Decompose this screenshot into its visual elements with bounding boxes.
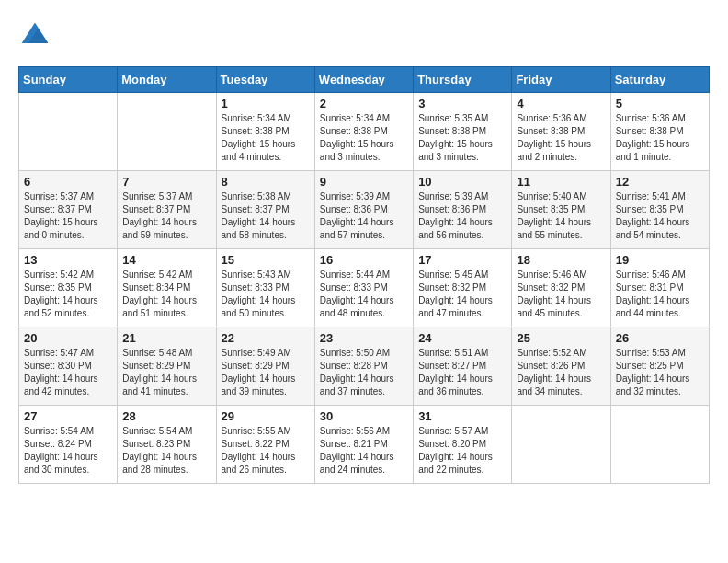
day-info: Sunrise: 5:38 AM Sunset: 8:37 PM Dayligh…: [222, 190, 310, 242]
day-number: 7: [122, 175, 210, 189]
header-tuesday: Tuesday: [216, 67, 314, 93]
calendar-cell: [19, 93, 118, 171]
day-number: 19: [616, 253, 704, 267]
day-number: 6: [24, 175, 112, 189]
day-info: Sunrise: 5:45 AM Sunset: 8:32 PM Dayligh…: [418, 269, 506, 320]
calendar-cell: 30Sunrise: 5:56 AM Sunset: 8:21 PM Dayli…: [314, 406, 413, 484]
day-info: Sunrise: 5:36 AM Sunset: 8:38 PM Dayligh…: [517, 112, 605, 164]
calendar-cell: 3Sunrise: 5:35 AM Sunset: 8:38 PM Daylig…: [414, 93, 512, 171]
header-monday: Monday: [118, 67, 216, 93]
calendar-cell: 19Sunrise: 5:46 AM Sunset: 8:31 PM Dayli…: [610, 249, 709, 327]
day-number: 29: [222, 409, 310, 423]
calendar-cell: 16Sunrise: 5:44 AM Sunset: 8:33 PM Dayli…: [314, 249, 413, 327]
calendar-cell: 20Sunrise: 5:47 AM Sunset: 8:30 PM Dayli…: [19, 327, 118, 406]
day-number: 4: [517, 97, 605, 110]
week-row-4: 20Sunrise: 5:47 AM Sunset: 8:30 PM Dayli…: [19, 327, 710, 406]
calendar-cell: 10Sunrise: 5:39 AM Sunset: 8:36 PM Dayli…: [414, 171, 512, 249]
day-number: 24: [418, 331, 506, 345]
calendar-cell: [118, 93, 216, 171]
day-number: 11: [517, 175, 605, 189]
day-info: Sunrise: 5:54 AM Sunset: 8:24 PM Dayligh…: [24, 425, 112, 477]
day-info: Sunrise: 5:46 AM Sunset: 8:32 PM Dayligh…: [517, 269, 605, 320]
day-number: 22: [222, 331, 310, 345]
day-info: Sunrise: 5:42 AM Sunset: 8:34 PM Dayligh…: [122, 269, 210, 320]
day-info: Sunrise: 5:53 AM Sunset: 8:25 PM Dayligh…: [616, 347, 704, 398]
calendar-cell: 6Sunrise: 5:37 AM Sunset: 8:37 PM Daylig…: [19, 171, 118, 249]
day-number: 15: [222, 253, 310, 267]
day-info: Sunrise: 5:39 AM Sunset: 8:36 PM Dayligh…: [418, 190, 506, 242]
calendar-cell: 2Sunrise: 5:34 AM Sunset: 8:38 PM Daylig…: [314, 93, 413, 171]
calendar-cell: 1Sunrise: 5:34 AM Sunset: 8:38 PM Daylig…: [216, 93, 314, 171]
day-info: Sunrise: 5:44 AM Sunset: 8:33 PM Dayligh…: [320, 269, 408, 320]
calendar-cell: 28Sunrise: 5:54 AM Sunset: 8:23 PM Dayli…: [118, 406, 216, 484]
calendar-cell: 7Sunrise: 5:37 AM Sunset: 8:37 PM Daylig…: [118, 171, 216, 249]
calendar-cell: [512, 406, 610, 484]
calendar-cell: 15Sunrise: 5:43 AM Sunset: 8:33 PM Dayli…: [216, 249, 314, 327]
day-info: Sunrise: 5:35 AM Sunset: 8:38 PM Dayligh…: [418, 112, 506, 164]
day-number: 5: [616, 97, 704, 110]
week-row-3: 13Sunrise: 5:42 AM Sunset: 8:35 PM Dayli…: [19, 249, 710, 327]
day-number: 27: [24, 409, 112, 423]
logo-icon: [18, 18, 51, 52]
week-row-5: 27Sunrise: 5:54 AM Sunset: 8:24 PM Dayli…: [19, 406, 710, 484]
day-info: Sunrise: 5:47 AM Sunset: 8:30 PM Dayligh…: [24, 347, 112, 398]
day-number: 10: [418, 175, 506, 189]
day-number: 20: [24, 331, 112, 345]
calendar-cell: 14Sunrise: 5:42 AM Sunset: 8:34 PM Dayli…: [118, 249, 216, 327]
day-info: Sunrise: 5:41 AM Sunset: 8:35 PM Dayligh…: [616, 190, 704, 242]
day-info: Sunrise: 5:37 AM Sunset: 8:37 PM Dayligh…: [122, 190, 210, 242]
day-number: 28: [122, 409, 210, 423]
calendar-cell: 9Sunrise: 5:39 AM Sunset: 8:36 PM Daylig…: [314, 171, 413, 249]
calendar-cell: 23Sunrise: 5:50 AM Sunset: 8:28 PM Dayli…: [314, 327, 413, 406]
calendar-cell: 8Sunrise: 5:38 AM Sunset: 8:37 PM Daylig…: [216, 171, 314, 249]
header-sunday: Sunday: [19, 67, 118, 93]
day-info: Sunrise: 5:36 AM Sunset: 8:38 PM Dayligh…: [616, 112, 704, 164]
day-info: Sunrise: 5:57 AM Sunset: 8:20 PM Dayligh…: [418, 425, 506, 477]
day-info: Sunrise: 5:39 AM Sunset: 8:36 PM Dayligh…: [320, 190, 408, 242]
calendar-cell: 18Sunrise: 5:46 AM Sunset: 8:32 PM Dayli…: [512, 249, 610, 327]
day-number: 1: [222, 97, 310, 110]
week-row-1: 1Sunrise: 5:34 AM Sunset: 8:38 PM Daylig…: [19, 93, 710, 171]
day-info: Sunrise: 5:55 AM Sunset: 8:22 PM Dayligh…: [222, 425, 310, 477]
header-thursday: Thursday: [414, 67, 512, 93]
header-wednesday: Wednesday: [314, 67, 413, 93]
calendar-cell: 31Sunrise: 5:57 AM Sunset: 8:20 PM Dayli…: [414, 406, 512, 484]
day-number: 14: [122, 253, 210, 267]
day-info: Sunrise: 5:37 AM Sunset: 8:37 PM Dayligh…: [24, 190, 112, 242]
calendar-cell: 4Sunrise: 5:36 AM Sunset: 8:38 PM Daylig…: [512, 93, 610, 171]
page-header: [18, 18, 710, 52]
week-row-2: 6Sunrise: 5:37 AM Sunset: 8:37 PM Daylig…: [19, 171, 710, 249]
day-info: Sunrise: 5:46 AM Sunset: 8:31 PM Dayligh…: [616, 269, 704, 320]
day-number: 31: [418, 409, 506, 423]
day-info: Sunrise: 5:54 AM Sunset: 8:23 PM Dayligh…: [122, 425, 210, 477]
calendar-cell: 27Sunrise: 5:54 AM Sunset: 8:24 PM Dayli…: [19, 406, 118, 484]
calendar-cell: 17Sunrise: 5:45 AM Sunset: 8:32 PM Dayli…: [414, 249, 512, 327]
day-number: 30: [320, 409, 408, 423]
day-info: Sunrise: 5:51 AM Sunset: 8:27 PM Dayligh…: [418, 347, 506, 398]
day-number: 25: [517, 331, 605, 345]
day-number: 9: [320, 175, 408, 189]
day-number: 8: [222, 175, 310, 189]
day-info: Sunrise: 5:52 AM Sunset: 8:26 PM Dayligh…: [517, 347, 605, 398]
calendar-cell: 25Sunrise: 5:52 AM Sunset: 8:26 PM Dayli…: [512, 327, 610, 406]
calendar-cell: 13Sunrise: 5:42 AM Sunset: 8:35 PM Dayli…: [19, 249, 118, 327]
calendar-cell: 12Sunrise: 5:41 AM Sunset: 8:35 PM Dayli…: [610, 171, 709, 249]
day-info: Sunrise: 5:49 AM Sunset: 8:29 PM Dayligh…: [222, 347, 310, 398]
calendar-header-row: SundayMondayTuesdayWednesdayThursdayFrid…: [19, 67, 710, 93]
header-friday: Friday: [512, 67, 610, 93]
day-number: 2: [320, 97, 408, 110]
day-number: 23: [320, 331, 408, 345]
day-number: 18: [517, 253, 605, 267]
calendar-cell: 21Sunrise: 5:48 AM Sunset: 8:29 PM Dayli…: [118, 327, 216, 406]
calendar-cell: 5Sunrise: 5:36 AM Sunset: 8:38 PM Daylig…: [610, 93, 709, 171]
day-info: Sunrise: 5:42 AM Sunset: 8:35 PM Dayligh…: [24, 269, 112, 320]
calendar-table: SundayMondayTuesdayWednesdayThursdayFrid…: [18, 66, 710, 484]
day-info: Sunrise: 5:34 AM Sunset: 8:38 PM Dayligh…: [320, 112, 408, 164]
header-saturday: Saturday: [610, 67, 709, 93]
day-number: 12: [616, 175, 704, 189]
day-number: 17: [418, 253, 506, 267]
calendar-cell: [610, 406, 709, 484]
day-info: Sunrise: 5:34 AM Sunset: 8:38 PM Dayligh…: [222, 112, 310, 164]
calendar-cell: 24Sunrise: 5:51 AM Sunset: 8:27 PM Dayli…: [414, 327, 512, 406]
day-number: 16: [320, 253, 408, 267]
